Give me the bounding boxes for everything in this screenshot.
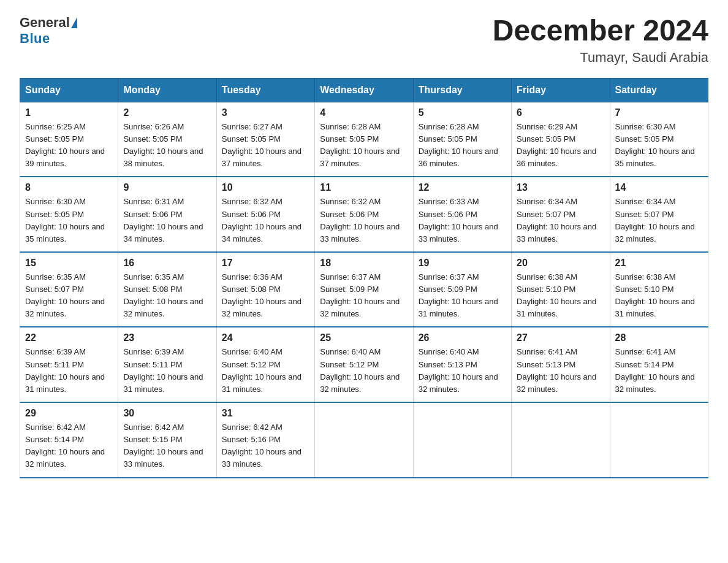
day-number: 21 bbox=[615, 258, 703, 269]
day-number: 24 bbox=[222, 332, 309, 343]
day-info: Sunrise: 6:39 AMSunset: 5:11 PMDaylight:… bbox=[123, 346, 211, 396]
day-header-wednesday: Wednesday bbox=[315, 78, 413, 102]
day-number: 25 bbox=[320, 332, 408, 343]
day-number: 6 bbox=[517, 107, 604, 118]
day-number: 31 bbox=[222, 408, 309, 419]
day-number: 11 bbox=[320, 182, 408, 193]
day-info: Sunrise: 6:37 AMSunset: 5:09 PMDaylight:… bbox=[320, 271, 408, 321]
day-number: 12 bbox=[419, 182, 506, 193]
calendar-cell: 22Sunrise: 6:39 AMSunset: 5:11 PMDayligh… bbox=[20, 327, 118, 402]
day-number: 13 bbox=[517, 182, 604, 193]
calendar-cell: 16Sunrise: 6:35 AMSunset: 5:08 PMDayligh… bbox=[118, 252, 216, 327]
calendar-cell: 23Sunrise: 6:39 AMSunset: 5:11 PMDayligh… bbox=[118, 327, 216, 402]
day-number: 7 bbox=[615, 107, 703, 118]
calendar-cell bbox=[413, 402, 511, 478]
logo-general-text: General bbox=[20, 15, 70, 31]
day-info: Sunrise: 6:35 AMSunset: 5:08 PMDaylight:… bbox=[123, 271, 211, 321]
calendar-cell: 9Sunrise: 6:31 AMSunset: 5:06 PMDaylight… bbox=[118, 177, 216, 252]
day-info: Sunrise: 6:29 AMSunset: 5:05 PMDaylight:… bbox=[517, 121, 604, 170]
calendar-cell: 27Sunrise: 6:41 AMSunset: 5:13 PMDayligh… bbox=[512, 327, 610, 402]
calendar-cell: 18Sunrise: 6:37 AMSunset: 5:09 PMDayligh… bbox=[315, 252, 413, 327]
day-number: 14 bbox=[615, 182, 703, 193]
calendar-cell: 21Sunrise: 6:38 AMSunset: 5:10 PMDayligh… bbox=[610, 252, 708, 327]
location-text: Tumayr, Saudi Arabia bbox=[493, 50, 708, 66]
calendar-cell: 1Sunrise: 6:25 AMSunset: 5:05 PMDaylight… bbox=[20, 102, 118, 177]
day-number: 3 bbox=[222, 107, 309, 118]
day-number: 5 bbox=[419, 107, 506, 118]
calendar-cell: 25Sunrise: 6:40 AMSunset: 5:12 PMDayligh… bbox=[315, 327, 413, 402]
calendar-cell: 29Sunrise: 6:42 AMSunset: 5:14 PMDayligh… bbox=[20, 402, 118, 478]
calendar-cell: 11Sunrise: 6:32 AMSunset: 5:06 PMDayligh… bbox=[315, 177, 413, 252]
day-info: Sunrise: 6:34 AMSunset: 5:07 PMDaylight:… bbox=[517, 196, 604, 245]
calendar-cell: 28Sunrise: 6:41 AMSunset: 5:14 PMDayligh… bbox=[610, 327, 708, 402]
day-info: Sunrise: 6:25 AMSunset: 5:05 PMDaylight:… bbox=[25, 121, 113, 170]
calendar-table: SundayMondayTuesdayWednesdayThursdayFrid… bbox=[20, 78, 708, 478]
day-number: 27 bbox=[517, 332, 604, 343]
calendar-cell: 6Sunrise: 6:29 AMSunset: 5:05 PMDaylight… bbox=[512, 102, 610, 177]
day-header-monday: Monday bbox=[118, 78, 216, 102]
day-info: Sunrise: 6:30 AMSunset: 5:05 PMDaylight:… bbox=[615, 121, 703, 170]
day-info: Sunrise: 6:36 AMSunset: 5:08 PMDaylight:… bbox=[222, 271, 309, 321]
day-info: Sunrise: 6:28 AMSunset: 5:05 PMDaylight:… bbox=[320, 121, 408, 170]
calendar-week-row: 1Sunrise: 6:25 AMSunset: 5:05 PMDaylight… bbox=[20, 102, 708, 177]
day-number: 20 bbox=[517, 258, 604, 269]
day-header-friday: Friday bbox=[512, 78, 610, 102]
day-number: 18 bbox=[320, 258, 408, 269]
day-info: Sunrise: 6:42 AMSunset: 5:15 PMDaylight:… bbox=[123, 421, 211, 471]
calendar-week-row: 15Sunrise: 6:35 AMSunset: 5:07 PMDayligh… bbox=[20, 252, 708, 327]
day-info: Sunrise: 6:27 AMSunset: 5:05 PMDaylight:… bbox=[222, 121, 309, 170]
day-number: 19 bbox=[419, 258, 506, 269]
calendar-cell: 26Sunrise: 6:40 AMSunset: 5:13 PMDayligh… bbox=[413, 327, 511, 402]
day-number: 9 bbox=[123, 182, 211, 193]
day-info: Sunrise: 6:42 AMSunset: 5:14 PMDaylight:… bbox=[25, 421, 113, 471]
day-info: Sunrise: 6:41 AMSunset: 5:13 PMDaylight:… bbox=[517, 346, 604, 396]
calendar-cell: 4Sunrise: 6:28 AMSunset: 5:05 PMDaylight… bbox=[315, 102, 413, 177]
day-info: Sunrise: 6:40 AMSunset: 5:13 PMDaylight:… bbox=[419, 346, 506, 396]
logo-blue-text: Blue bbox=[20, 31, 50, 47]
day-number: 17 bbox=[222, 258, 309, 269]
calendar-cell: 13Sunrise: 6:34 AMSunset: 5:07 PMDayligh… bbox=[512, 177, 610, 252]
day-number: 15 bbox=[25, 258, 113, 269]
day-info: Sunrise: 6:26 AMSunset: 5:05 PMDaylight:… bbox=[123, 121, 211, 170]
day-info: Sunrise: 6:33 AMSunset: 5:06 PMDaylight:… bbox=[419, 196, 506, 245]
calendar-cell: 3Sunrise: 6:27 AMSunset: 5:05 PMDaylight… bbox=[216, 102, 314, 177]
day-info: Sunrise: 6:32 AMSunset: 5:06 PMDaylight:… bbox=[222, 196, 309, 245]
day-info: Sunrise: 6:37 AMSunset: 5:09 PMDaylight:… bbox=[419, 271, 506, 321]
day-number: 2 bbox=[123, 107, 211, 118]
month-title: December 2024 bbox=[493, 15, 708, 47]
day-info: Sunrise: 6:32 AMSunset: 5:06 PMDaylight:… bbox=[320, 196, 408, 245]
calendar-cell bbox=[610, 402, 708, 478]
calendar-cell: 12Sunrise: 6:33 AMSunset: 5:06 PMDayligh… bbox=[413, 177, 511, 252]
day-number: 10 bbox=[222, 182, 309, 193]
day-number: 1 bbox=[25, 107, 113, 118]
day-number: 4 bbox=[320, 107, 408, 118]
logo: General Blue bbox=[20, 15, 78, 47]
calendar-cell: 19Sunrise: 6:37 AMSunset: 5:09 PMDayligh… bbox=[413, 252, 511, 327]
day-info: Sunrise: 6:35 AMSunset: 5:07 PMDaylight:… bbox=[25, 271, 113, 321]
day-info: Sunrise: 6:42 AMSunset: 5:16 PMDaylight:… bbox=[222, 421, 309, 471]
day-info: Sunrise: 6:41 AMSunset: 5:14 PMDaylight:… bbox=[615, 346, 703, 396]
day-number: 29 bbox=[25, 408, 113, 419]
day-info: Sunrise: 6:40 AMSunset: 5:12 PMDaylight:… bbox=[320, 346, 408, 396]
calendar-cell: 24Sunrise: 6:40 AMSunset: 5:12 PMDayligh… bbox=[216, 327, 314, 402]
day-info: Sunrise: 6:30 AMSunset: 5:05 PMDaylight:… bbox=[25, 196, 113, 245]
day-number: 22 bbox=[25, 332, 113, 343]
calendar-week-row: 8Sunrise: 6:30 AMSunset: 5:05 PMDaylight… bbox=[20, 177, 708, 252]
day-number: 30 bbox=[123, 408, 211, 419]
logo-triangle-icon bbox=[71, 17, 77, 28]
header-right: December 2024 Tumayr, Saudi Arabia bbox=[493, 15, 708, 66]
day-number: 8 bbox=[25, 182, 113, 193]
calendar-cell: 31Sunrise: 6:42 AMSunset: 5:16 PMDayligh… bbox=[216, 402, 314, 478]
day-number: 23 bbox=[123, 332, 211, 343]
page-header: General Blue December 2024 Tumayr, Saudi… bbox=[20, 15, 708, 66]
calendar-cell bbox=[315, 402, 413, 478]
day-info: Sunrise: 6:38 AMSunset: 5:10 PMDaylight:… bbox=[517, 271, 604, 321]
day-number: 26 bbox=[419, 332, 506, 343]
calendar-cell: 17Sunrise: 6:36 AMSunset: 5:08 PMDayligh… bbox=[216, 252, 314, 327]
day-number: 28 bbox=[615, 332, 703, 343]
day-info: Sunrise: 6:40 AMSunset: 5:12 PMDaylight:… bbox=[222, 346, 309, 396]
calendar-cell: 30Sunrise: 6:42 AMSunset: 5:15 PMDayligh… bbox=[118, 402, 216, 478]
day-info: Sunrise: 6:38 AMSunset: 5:10 PMDaylight:… bbox=[615, 271, 703, 321]
day-info: Sunrise: 6:39 AMSunset: 5:11 PMDaylight:… bbox=[25, 346, 113, 396]
calendar-cell: 10Sunrise: 6:32 AMSunset: 5:06 PMDayligh… bbox=[216, 177, 314, 252]
